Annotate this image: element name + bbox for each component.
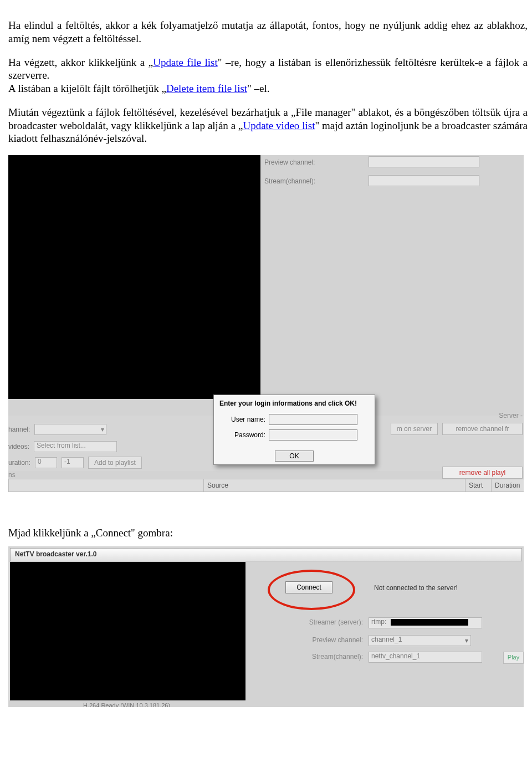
button-add-to-playlist[interactable]: Add to playlist [88, 457, 142, 469]
paragraph-1: Ha elindul a feltöltés, akkor a kék foly… [8, 19, 528, 45]
table-header-duration: Duration [491, 479, 524, 492]
select-preview-channel[interactable]: channel_1 ▾ [369, 635, 471, 646]
input-preview-channel[interactable] [369, 156, 479, 167]
label-channel: hannel: [8, 426, 30, 434]
paragraph-3: Miután végeztünk a fájlok feltöltésével,… [8, 106, 528, 145]
button-play[interactable]: Play [503, 652, 524, 664]
button-remove-all-playlist[interactable]: remove all playl [442, 467, 523, 479]
window-title: NetTV broadcaster ver.1.0 [10, 548, 522, 561]
link-update-file-list[interactable]: Update file list [153, 57, 218, 68]
redaction-bar [391, 619, 468, 626]
label-stream-channel: Stream(channel): [264, 177, 315, 186]
table-row-header-blank [8, 479, 210, 492]
input-stream-channel[interactable]: nettv_channel_1 [369, 652, 482, 663]
input-password[interactable] [269, 429, 357, 441]
label-stream-channel: Stream(channel): [269, 653, 369, 661]
button-ok[interactable]: OK [275, 451, 314, 462]
value: channel_1 [371, 636, 402, 643]
button-connect[interactable]: Connect [285, 581, 332, 593]
button-remove-channel[interactable]: remove channel fr [442, 423, 523, 435]
input-username[interactable] [269, 414, 357, 425]
select-videos[interactable]: Select from list... [34, 441, 117, 452]
label-duration: uration: [8, 459, 30, 467]
label-server: Server - [499, 412, 523, 420]
caption-connect: Mjad klikkeljünk a „Connect" gombra: [8, 526, 528, 540]
input-duration-start[interactable]: 0 [35, 457, 57, 468]
video-preview-area [8, 155, 260, 399]
button-on-server[interactable]: m on server [391, 423, 438, 435]
login-modal-title: Enter your login informations and click … [219, 400, 357, 408]
text: A listában a kijelölt fájlt törölhetjük … [8, 83, 166, 94]
link-update-video-list[interactable]: Update video list [243, 120, 315, 131]
chevron-down-icon: ▾ [101, 426, 104, 434]
input-stream-channel[interactable] [369, 175, 479, 186]
screenshot-connect: NetTV broadcaster ver.1.0 H.264 Ready (W… [8, 546, 524, 707]
login-modal: Enter your login informations and click … [213, 395, 375, 465]
label-videos: videos: [8, 443, 29, 451]
label-preview-channel: Preview channel: [269, 636, 369, 644]
label-ns: ns [8, 471, 16, 479]
label-username: User name: [218, 416, 269, 424]
label-password: Password: [218, 431, 269, 439]
chevron-down-icon: ▾ [465, 637, 468, 645]
text: Ha végzett, akkor klikkeljünk a „ [8, 57, 153, 68]
video-preview-area [10, 562, 245, 700]
paragraph-2: Ha végzett, akkor klikkeljünk a „Update … [8, 56, 528, 95]
status-h264-ready: H.264 Ready (WIN 10,3,181,26) [83, 702, 170, 707]
label-preview-channel: Preview channel: [264, 158, 315, 167]
screenshot-login: Preview channel: Stream(channel): H.264 … [8, 155, 524, 510]
select-channel[interactable]: ▾ [34, 424, 106, 435]
label-streamer-server: Streamer (server): [269, 618, 369, 627]
text: " –el. [247, 83, 269, 94]
status-connection: Not connected to the server! [374, 584, 458, 592]
link-delete-item-file-list[interactable]: Delete item file list [166, 83, 247, 94]
table-header-source: Source [203, 479, 472, 492]
input-duration-end[interactable]: -1 [62, 457, 84, 468]
